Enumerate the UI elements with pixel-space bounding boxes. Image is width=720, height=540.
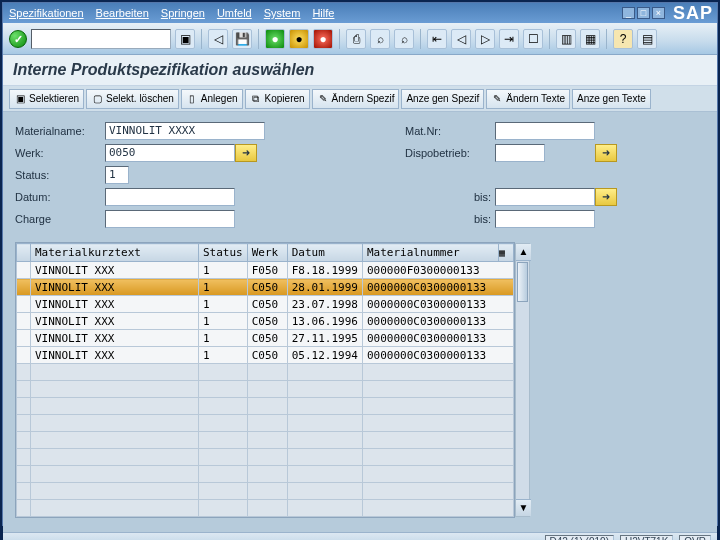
shortcut-icon[interactable]: ▥	[556, 29, 576, 49]
table-scrollbar[interactable]: ▲ ▼	[515, 243, 530, 517]
table-row-empty	[17, 398, 514, 415]
table-row-empty	[17, 415, 514, 432]
cell-materialnummer: 0000000C0300000133	[362, 296, 513, 313]
dispobetrieb-label: Dispobetrieb:	[405, 147, 495, 159]
window-max-icon[interactable]: □	[637, 7, 650, 19]
screen-title: Interne Produktspezifikation auswählen	[3, 55, 717, 86]
col-datum[interactable]: Datum	[287, 244, 362, 262]
first-page-icon[interactable]: ⇤	[427, 29, 447, 49]
back-icon[interactable]: ◁	[208, 29, 228, 49]
window-close-icon[interactable]: ×	[652, 7, 665, 19]
col-status[interactable]: Status	[199, 244, 248, 262]
cell-materialkurztext: VINNOLIT XXX	[31, 347, 199, 364]
cell-datum: F8.18.1999	[287, 262, 362, 279]
cell-materialnummer: 000000F0300000133	[362, 262, 513, 279]
datum-from-field[interactable]	[105, 188, 235, 206]
exit-icon[interactable]: ●	[265, 29, 285, 49]
datum-bis-field[interactable]	[495, 188, 595, 206]
row-selector[interactable]	[17, 262, 31, 279]
row-selector[interactable]	[17, 347, 31, 364]
selektieren-button[interactable]: ▣Selektieren	[9, 89, 84, 109]
table-row[interactable]: VINNOLIT XXX1F050F8.18.1999000000F030000…	[17, 262, 514, 279]
werk-field[interactable]: 0050	[105, 144, 235, 162]
anlegen-button[interactable]: ▯Anlegen	[181, 89, 243, 109]
next-page-icon[interactable]: ▷	[475, 29, 495, 49]
save-icon[interactable]: ▣	[175, 29, 195, 49]
row-selector[interactable]	[17, 296, 31, 313]
application-toolbar: ▣Selektieren ▢Selekt. löschen ▯Anlegen ⧉…	[3, 86, 717, 112]
help-icon[interactable]: ?	[613, 29, 633, 49]
werk-multiselect-button[interactable]: ➜	[235, 144, 257, 162]
table-row[interactable]: VINNOLIT XXX1C05023.07.19980000000C03000…	[17, 296, 514, 313]
werk-label: Werk:	[15, 147, 105, 159]
command-field[interactable]	[31, 29, 171, 49]
window-min-icon[interactable]: _	[622, 7, 635, 19]
enter-button[interactable]: ✓	[9, 30, 27, 48]
scroll-thumb[interactable]	[517, 262, 528, 302]
menu-springen[interactable]: Springen	[161, 7, 205, 19]
menu-umfeld[interactable]: Umfeld	[217, 7, 252, 19]
find-next-icon[interactable]: ⌕	[394, 29, 414, 49]
table-config-button[interactable]: ▦	[499, 244, 514, 262]
customize-icon[interactable]: ▤	[637, 29, 657, 49]
dispobetrieb-field[interactable]	[495, 144, 545, 162]
row-selector[interactable]	[17, 330, 31, 347]
last-page-icon[interactable]: ⇥	[499, 29, 519, 49]
menu-spezifikationen[interactable]: Spezifikationen	[9, 7, 84, 19]
row-selector[interactable]	[17, 313, 31, 330]
col-werk[interactable]: Werk	[247, 244, 287, 262]
scroll-up-button[interactable]: ▲	[516, 244, 531, 261]
cell-werk: C050	[247, 313, 287, 330]
prev-page-icon[interactable]: ◁	[451, 29, 471, 49]
menu-bearbeiten[interactable]: Bearbeiten	[96, 7, 149, 19]
find-icon[interactable]: ⌕	[370, 29, 390, 49]
cell-materialkurztext: VINNOLIT XXX	[31, 330, 199, 347]
row-selector[interactable]	[17, 279, 31, 296]
aendern-texte-button[interactable]: ✎Ändern Texte	[486, 89, 570, 109]
cell-status: 1	[199, 313, 248, 330]
table-row[interactable]: VINNOLIT XXX1C05005.12.19940000000C03000…	[17, 347, 514, 364]
result-table-wrapper: Materialkurztext Status Werk Datum Mater…	[15, 242, 515, 518]
matnr-label: Mat.Nr:	[405, 125, 495, 137]
datum-multiselect-button[interactable]: ➜	[595, 188, 617, 206]
save2-icon[interactable]: 💾	[232, 29, 252, 49]
selekt-loeschen-button[interactable]: ▢Selekt. löschen	[86, 89, 179, 109]
table-row[interactable]: VINNOLIT XXX1C05013.06.19960000000C03000…	[17, 313, 514, 330]
charge-from-field[interactable]	[105, 210, 235, 228]
status-mode: OVR	[679, 535, 711, 540]
table-row[interactable]: VINNOLIT XXX1C05028.01.19990000000C03000…	[17, 279, 514, 296]
cell-datum: 13.06.1996	[287, 313, 362, 330]
cell-status: 1	[199, 262, 248, 279]
sap-logo: SAP	[673, 3, 713, 24]
dispobetrieb-multiselect-button[interactable]: ➜	[595, 144, 617, 162]
aendern-spezif-button[interactable]: ✎Ändern Spezif	[312, 89, 400, 109]
table-row[interactable]: VINNOLIT XXX1C05027.11.19950000000C03000…	[17, 330, 514, 347]
cell-werk: C050	[247, 330, 287, 347]
charge-bis-label: bis:	[405, 213, 495, 225]
status-label: Status:	[15, 169, 105, 181]
cell-status: 1	[199, 330, 248, 347]
kopieren-button[interactable]: ⧉Kopieren	[245, 89, 310, 109]
anzeigen-spezif-button[interactable]: Anze gen Spezif	[401, 89, 484, 109]
stop-icon[interactable]: ●	[313, 29, 333, 49]
cancel-icon[interactable]: ●	[289, 29, 309, 49]
cell-werk: C050	[247, 279, 287, 296]
col-materialnummer[interactable]: Materialnummer	[362, 244, 498, 262]
anzeigen-texte-button[interactable]: Anze gen Texte	[572, 89, 651, 109]
charge-bis-field[interactable]	[495, 210, 595, 228]
col-materialkurztext[interactable]: Materialkurztext	[31, 244, 199, 262]
print-icon[interactable]: ⎙	[346, 29, 366, 49]
menu-hilfe[interactable]: Hilfe	[312, 7, 334, 19]
materialname-field[interactable]: VINNOLIT XXXX	[105, 122, 265, 140]
scroll-down-button[interactable]: ▼	[516, 499, 531, 516]
copy-icon: ⧉	[250, 93, 262, 105]
edit-icon: ✎	[317, 93, 329, 105]
menu-system[interactable]: System	[264, 7, 301, 19]
result-table[interactable]: Materialkurztext Status Werk Datum Mater…	[16, 243, 514, 517]
table-row-empty	[17, 364, 514, 381]
row-selector-header[interactable]	[17, 244, 31, 262]
layout-icon[interactable]: ▦	[580, 29, 600, 49]
status-field[interactable]: 1	[105, 166, 129, 184]
new-session-icon[interactable]: ☐	[523, 29, 543, 49]
matnr-field[interactable]	[495, 122, 595, 140]
